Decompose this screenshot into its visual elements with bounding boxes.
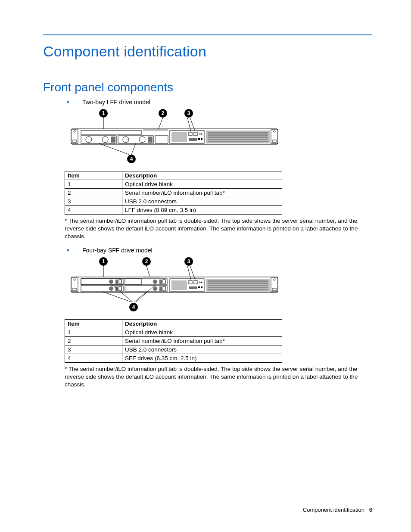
table-row: 2Serial number/iLO information pull tab* <box>65 189 282 197</box>
svg-point-74 <box>153 280 157 284</box>
svg-rect-11 <box>71 130 78 143</box>
svg-rect-18 <box>143 129 168 131</box>
svg-rect-71 <box>159 286 162 291</box>
page-footer: Component identification 6 <box>303 507 372 513</box>
footnote-lff: * The serial number/iLO information pull… <box>65 217 372 241</box>
svg-point-87 <box>199 281 201 283</box>
svg-rect-32 <box>189 138 197 141</box>
svg-rect-27 <box>155 136 168 143</box>
svg-point-33 <box>199 134 201 135</box>
svg-rect-39 <box>208 134 268 136</box>
svg-rect-96 <box>208 289 268 290</box>
svg-rect-23 <box>118 136 153 143</box>
th-desc: Description <box>122 171 282 180</box>
svg-rect-68 <box>119 286 121 291</box>
table-row: 3USB 2.0 connectors <box>65 197 282 206</box>
svg-line-9 <box>190 118 195 131</box>
svg-line-100 <box>136 285 155 302</box>
svg-point-59 <box>74 279 75 280</box>
table-row: 1Optical drive blank <box>65 180 282 189</box>
svg-rect-14 <box>271 130 278 143</box>
svg-rect-19 <box>81 136 116 143</box>
svg-rect-92 <box>208 280 268 282</box>
svg-rect-90 <box>201 286 202 288</box>
svg-text:2: 2 <box>145 258 148 264</box>
svg-rect-58 <box>71 278 78 292</box>
svg-point-24 <box>123 137 129 143</box>
svg-rect-17 <box>81 131 141 135</box>
svg-text:2: 2 <box>162 110 165 116</box>
svg-rect-76 <box>163 280 165 284</box>
svg-rect-60 <box>73 288 76 291</box>
svg-text:3: 3 <box>187 258 190 264</box>
svg-point-34 <box>201 134 202 135</box>
table-row: 3USB 2.0 connectors <box>65 345 282 354</box>
svg-line-44 <box>131 143 136 155</box>
svg-line-56 <box>190 266 195 280</box>
svg-rect-35 <box>198 138 200 140</box>
table-row: 4SFF drives (6.35 cm, 2.5 in) <box>65 354 282 362</box>
svg-line-43 <box>99 143 129 155</box>
svg-rect-63 <box>273 288 276 291</box>
svg-rect-84 <box>189 280 192 284</box>
svg-point-25 <box>139 137 145 143</box>
svg-rect-41 <box>208 139 268 140</box>
svg-line-99 <box>134 292 146 302</box>
bullet-sff: Four-bay SFF drive model <box>67 247 372 254</box>
svg-rect-36 <box>201 138 202 140</box>
svg-line-55 <box>187 266 191 280</box>
svg-rect-38 <box>208 132 268 134</box>
th-desc: Description <box>122 319 282 328</box>
page-title: Component identification <box>43 43 372 60</box>
svg-rect-42 <box>208 141 268 142</box>
svg-point-70 <box>153 286 157 291</box>
svg-rect-61 <box>271 278 278 292</box>
svg-rect-72 <box>163 286 165 291</box>
table-row: 4LFF drives (8.89 cm, 3.5 in) <box>65 206 282 215</box>
svg-text:4: 4 <box>132 304 135 310</box>
svg-rect-86 <box>189 286 197 289</box>
svg-text:4: 4 <box>130 156 133 162</box>
table-row: 2Serial number/iLO information pull tab* <box>65 336 282 345</box>
diagram-lff: 1 2 3 <box>69 108 372 166</box>
svg-point-12 <box>74 131 75 132</box>
svg-text:1: 1 <box>102 258 105 264</box>
svg-rect-95 <box>208 287 268 288</box>
bullet-lff: Two-bay LFF drive model <box>67 99 372 106</box>
svg-rect-29 <box>171 132 187 142</box>
section-heading: Front panel components <box>43 81 372 94</box>
svg-point-78 <box>109 280 113 284</box>
svg-rect-79 <box>115 280 118 284</box>
svg-point-20 <box>86 137 92 143</box>
svg-point-21 <box>102 137 108 143</box>
svg-rect-31 <box>194 132 197 136</box>
table-lff: Item Description 1Optical drive blank 2S… <box>65 171 282 215</box>
th-item: Item <box>65 319 122 328</box>
svg-point-88 <box>201 281 202 283</box>
svg-point-15 <box>274 131 275 132</box>
svg-line-97 <box>103 292 131 302</box>
svg-line-8 <box>187 118 191 131</box>
svg-line-98 <box>112 285 133 302</box>
table-sff: Item Description 1Optical drive blank 2S… <box>65 319 282 363</box>
svg-line-52 <box>146 266 150 277</box>
svg-text:1: 1 <box>102 110 105 116</box>
svg-rect-83 <box>171 280 187 290</box>
svg-rect-81 <box>143 276 160 278</box>
svg-point-62 <box>274 279 275 280</box>
svg-rect-40 <box>208 137 268 138</box>
svg-rect-93 <box>208 283 268 284</box>
footnote-sff: * The serial number/iLO information pull… <box>65 365 372 389</box>
svg-rect-26 <box>148 137 153 143</box>
svg-rect-22 <box>111 137 115 143</box>
svg-rect-89 <box>198 286 200 288</box>
svg-point-66 <box>109 286 113 291</box>
diagram-sff: 1 2 3 <box>69 256 372 314</box>
svg-rect-30 <box>189 132 192 136</box>
svg-rect-94 <box>208 285 268 286</box>
svg-text:3: 3 <box>187 110 190 116</box>
table-row: 1Optical drive blank <box>65 328 282 336</box>
top-rule <box>43 34 372 35</box>
svg-rect-13 <box>73 140 76 143</box>
th-item: Item <box>65 171 122 180</box>
